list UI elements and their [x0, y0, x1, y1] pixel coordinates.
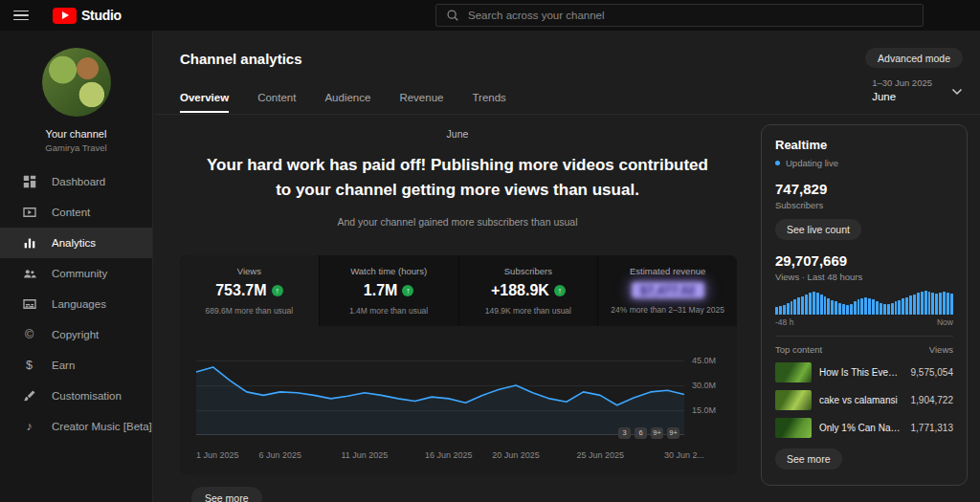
metric-label: Estimated revenue	[598, 266, 737, 276]
y-tick: 15.0M	[692, 405, 716, 415]
realtime-bar	[827, 298, 830, 315]
page-title: Channel analytics	[180, 51, 302, 67]
advanced-mode-button[interactable]: Advanced mode	[865, 48, 963, 68]
realtime-status: Updating live	[775, 158, 953, 168]
video-marker-chip[interactable]: 9+	[651, 427, 663, 439]
search-input[interactable]	[468, 10, 913, 21]
video-marker-chip[interactable]: 9+	[667, 427, 679, 439]
music-note-icon: ♪	[21, 419, 37, 435]
search-icon	[446, 9, 459, 22]
top-content-row[interactable]: Only 1% Can Name T... 1,771,313	[775, 418, 953, 438]
metric-label: Watch time (hours)	[320, 266, 458, 276]
copyright-icon: ©	[21, 327, 37, 343]
metric-delta: 689.6M more than usual	[180, 306, 319, 316]
metric-card-watch-time[interactable]: Watch time (hours) 1.7M ↑ 1.4M more than…	[319, 255, 458, 326]
tab-audience[interactable]: Audience	[324, 92, 370, 113]
video-thumbnail	[775, 362, 812, 382]
channel-name: Your channel	[0, 128, 152, 140]
top-content-label: Top content	[775, 344, 822, 355]
realtime-bar	[779, 306, 782, 315]
menu-icon[interactable]	[13, 11, 29, 21]
date-period-text: June	[872, 91, 932, 102]
sidebar-item-label: Earn	[52, 360, 75, 371]
date-range-selector[interactable]: 1–30 Jun 2025 June	[872, 77, 932, 102]
metric-cards-row: Views 753.7M ↑ 689.6M more than usual Wa…	[180, 255, 737, 326]
sidebar-item-analytics[interactable]: Analytics	[0, 228, 152, 258]
video-marker-chips: 369+9+	[618, 427, 679, 439]
realtime-bar	[783, 305, 786, 315]
video-marker-chip[interactable]: 6	[635, 427, 647, 439]
views-line-chart	[196, 360, 684, 435]
sidebar-item-content[interactable]: Content	[0, 197, 152, 228]
realtime-bars	[775, 290, 953, 315]
channel-avatar[interactable]	[42, 48, 111, 117]
sidebar-item-creator-music[interactable]: ♪ Creator Music [Beta]	[0, 411, 152, 442]
realtime-bar	[791, 301, 793, 315]
sidebar-item-earn[interactable]: $ Earn	[0, 350, 152, 381]
metric-card-views[interactable]: Views 753.7M ↑ 689.6M more than usual	[180, 255, 319, 326]
sidebar-item-label: Creator Music [Beta]	[52, 421, 152, 432]
realtime-bar	[872, 299, 875, 315]
see-live-count-button[interactable]: See live count	[775, 219, 861, 240]
chevron-down-icon[interactable]	[951, 88, 963, 96]
realtime-views-label: Views · Last 48 hours	[775, 272, 953, 282]
top-content-row[interactable]: cake vs calamansi 1,904,722	[775, 390, 953, 410]
realtime-bar	[846, 305, 849, 315]
dashboard-icon	[21, 174, 37, 190]
tab-content[interactable]: Content	[257, 92, 296, 113]
header-divider	[154, 114, 980, 115]
realtime-bar	[860, 298, 863, 315]
realtime-bar	[793, 299, 796, 315]
realtime-bar	[801, 296, 804, 316]
metric-card-subscribers[interactable]: Subscribers +188.9K ↑ 149.9K more than u…	[458, 255, 598, 326]
top-content-header: Top content Views	[775, 336, 953, 355]
views-column-label: Views	[929, 344, 953, 355]
tab-trends[interactable]: Trends	[472, 92, 505, 113]
realtime-bar	[939, 293, 942, 315]
realtime-axis: -48 h Now	[775, 317, 953, 327]
x-tick: 1 Jun 2025	[196, 450, 239, 460]
metric-delta: 149.9K more than usual	[459, 306, 598, 316]
sidebar-item-copyright[interactable]: © Copyright	[0, 319, 152, 350]
realtime-views-value: 29,707,669	[775, 252, 953, 269]
metric-value: +188.9K	[491, 282, 549, 299]
see-more-button[interactable]: See more	[191, 487, 262, 502]
video-title: Only 1% Can Name T...	[819, 423, 903, 433]
metric-card-estimated-revenue[interactable]: Estimated revenue $7,477.02 24% more tha…	[597, 255, 737, 326]
live-dot-icon	[775, 161, 780, 165]
realtime-bar	[909, 295, 912, 315]
top-content-row[interactable]: How Is This Even Re... 9,575,054	[775, 362, 953, 382]
y-tick: 30.0M	[692, 381, 716, 390]
tab-revenue[interactable]: Revenue	[399, 92, 443, 113]
axis-left-label: -48 h	[775, 317, 793, 327]
youtube-studio-logo[interactable]: Studio	[53, 8, 122, 24]
metric-label: Subscribers	[459, 266, 598, 276]
video-thumbnail	[775, 418, 812, 438]
sidebar-item-label: Languages	[52, 298, 106, 310]
search-bar[interactable]	[435, 4, 924, 27]
customisation-brush-icon	[21, 388, 37, 404]
x-tick: 6 Jun 2025	[258, 450, 301, 460]
realtime-bar	[820, 295, 823, 315]
realtime-title: Realtime	[775, 138, 953, 152]
summary-subheadline: And your channel gained more subscribers…	[178, 216, 737, 228]
realtime-see-more-button[interactable]: See more	[775, 448, 842, 469]
sidebar-item-dashboard[interactable]: Dashboard	[0, 166, 152, 197]
video-title: How Is This Even Re...	[819, 367, 903, 378]
sidebar-item-label: Analytics	[52, 237, 96, 249]
tab-overview[interactable]: Overview	[180, 92, 229, 113]
sidebar-item-languages[interactable]: Languages	[0, 289, 152, 319]
sidebar-item-customisation[interactable]: Customisation	[0, 381, 152, 411]
channel-subtitle: Gamirya Travel	[0, 142, 152, 153]
realtime-bar	[835, 301, 837, 315]
sidebar-item-label: Copyright	[52, 329, 99, 340]
video-marker-chip[interactable]: 3	[618, 427, 631, 439]
realtime-bar	[924, 291, 927, 315]
earn-dollar-icon: $	[21, 358, 37, 374]
realtime-bar	[838, 303, 841, 315]
sidebar-item-community[interactable]: Community	[0, 258, 152, 289]
x-tick: 25 Jun 2025	[576, 450, 624, 460]
languages-icon	[21, 296, 37, 313]
realtime-bar	[775, 307, 778, 315]
video-views: 1,904,722	[911, 395, 954, 405]
